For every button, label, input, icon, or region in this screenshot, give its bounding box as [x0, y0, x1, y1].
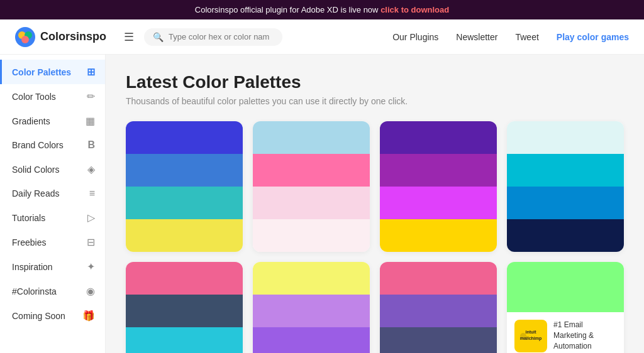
sidebar-label-colorinsta: #Colorinsta [12, 286, 86, 296]
color-strip [380, 154, 497, 187]
sidebar-item-colorinsta[interactable]: #Colorinsta ◉ [0, 279, 105, 303]
color-strip [507, 121, 624, 154]
palette-colors-6 [253, 262, 370, 353]
color-strip [507, 154, 624, 187]
color-strip [126, 327, 243, 353]
color-strip [126, 295, 243, 327]
sidebar-item-inspiration[interactable]: Inspiration ✦ [0, 254, 105, 279]
sidebar-label-daily-reads: Daily Reads [12, 188, 89, 198]
color-strip [253, 187, 370, 219]
color-strip [126, 219, 243, 252]
color-strip [380, 295, 497, 327]
color-strip [126, 121, 243, 154]
ad-logo: intuit mailchimp [514, 320, 547, 352]
sidebar-label-brand-colors: Brand Colors [12, 140, 87, 150]
color-strip [253, 219, 370, 252]
color-strip [253, 327, 370, 353]
palette-card-4[interactable] [507, 121, 624, 252]
ad-text: #1 Email Marketing & Automation Platform… [553, 320, 616, 353]
sidebar-item-coming-soon[interactable]: Coming Soon 🎁 [0, 303, 105, 328]
ad-content: intuit mailchimp #1 Email Marketing & Au… [507, 312, 624, 353]
color-strip [126, 262, 243, 295]
palette-card-5[interactable] [126, 262, 243, 353]
play-icon: ▷ [87, 212, 95, 224]
nav-links: Our Plugins Newsletter Tweet Play color … [392, 32, 629, 42]
inspiration-icon: ✦ [87, 261, 95, 273]
logo-text: Colorsinspo [40, 30, 106, 43]
sidebar-item-solid-colors[interactable]: Solid Colors ◈ [0, 157, 105, 182]
palette-card-3[interactable] [380, 121, 497, 252]
nav-tweet[interactable]: Tweet [515, 32, 538, 42]
banner-link[interactable]: click to download [380, 5, 449, 14]
sidebar: Color Palettes ⊞ Color Tools ✏ Gradients… [0, 55, 106, 353]
sidebar-label-freebies: Freebies [12, 237, 87, 247]
freebies-icon: ⊟ [87, 236, 95, 248]
mailchimp-logo-svg: intuit mailchimp [516, 321, 546, 351]
palette-card-7[interactable] [380, 262, 497, 353]
sidebar-label-coming-soon: Coming Soon [12, 311, 82, 321]
palette-colors-3 [380, 121, 497, 252]
sidebar-item-daily-reads[interactable]: Daily Reads ≡ [0, 182, 105, 205]
color-strip [380, 327, 497, 353]
search-area: 🔍 [144, 28, 282, 46]
sidebar-item-color-palettes[interactable]: Color Palettes ⊞ [0, 60, 105, 84]
announcement-banner: Colorsinspo official plugin for Adobe XD… [0, 0, 644, 19]
brand-icon: B [87, 139, 95, 151]
sidebar-label-color-palettes: Color Palettes [12, 67, 87, 77]
color-strip [507, 219, 624, 252]
color-strip [380, 262, 497, 295]
sidebar-label-solid-colors: Solid Colors [12, 165, 87, 175]
sidebar-item-color-tools[interactable]: Color Tools ✏ [0, 84, 105, 109]
header: Colorsinspo ☰ 🔍 Our Plugins Newsletter T… [0, 19, 644, 55]
solid-icon: ◈ [87, 163, 95, 175]
color-strip [253, 262, 370, 295]
color-strip [126, 187, 243, 219]
palette-colors-2 [253, 121, 370, 252]
ad-card[interactable]: intuit mailchimp #1 Email Marketing & Au… [507, 262, 624, 353]
sidebar-label-color-tools: Color Tools [12, 92, 87, 102]
nav-newsletter[interactable]: Newsletter [456, 32, 497, 42]
hamburger-button[interactable]: ☰ [119, 28, 139, 46]
colorinsta-icon: ◉ [86, 285, 95, 297]
search-icon: 🔍 [153, 32, 164, 42]
color-strip [253, 154, 370, 187]
page-subtitle: Thousands of beautiful color palettes yo… [126, 96, 624, 106]
svg-text:intuit: intuit [525, 330, 536, 334]
pen-icon: ✏ [87, 90, 95, 102]
palette-colors-5 [126, 262, 243, 353]
main-layout: Color Palettes ⊞ Color Tools ✏ Gradients… [0, 55, 644, 353]
ad-text-block: #1 Email Marketing & Automation Platform… [553, 320, 616, 353]
palette-card-6[interactable] [253, 262, 370, 353]
color-strip [253, 295, 370, 327]
main-content: Latest Color Palettes Thousands of beaut… [106, 55, 644, 353]
sidebar-label-gradients: Gradients [12, 116, 86, 126]
color-strip [507, 187, 624, 219]
palette-card-1[interactable] [126, 121, 243, 252]
sidebar-label-inspiration: Inspiration [12, 262, 87, 272]
palettes-grid: intuit mailchimp #1 Email Marketing & Au… [126, 121, 624, 353]
svg-point-7 [520, 333, 526, 339]
color-strip [380, 187, 497, 219]
gift-icon: 🎁 [82, 310, 95, 322]
palette-colors-4 [507, 121, 624, 252]
sidebar-item-freebies[interactable]: Freebies ⊟ [0, 230, 105, 254]
reads-icon: ≡ [89, 188, 95, 199]
palette-card-2[interactable] [253, 121, 370, 252]
gradient-icon: ▦ [86, 115, 95, 127]
sidebar-item-tutorials[interactable]: Tutorials ▷ [0, 205, 105, 230]
sidebar-label-tutorials: Tutorials [12, 213, 87, 223]
palette-colors-7 [380, 262, 497, 353]
svg-point-3 [21, 36, 29, 43]
search-input[interactable] [169, 32, 269, 41]
color-strip [380, 219, 497, 252]
nav-play-games[interactable]: Play color games [557, 32, 629, 42]
page-title: Latest Color Palettes [126, 72, 624, 92]
color-strip [380, 121, 497, 154]
logo-area: Colorsinspo [15, 27, 106, 47]
color-strip [253, 121, 370, 154]
sidebar-item-brand-colors[interactable]: Brand Colors B [0, 133, 105, 157]
palette-colors-1 [126, 121, 243, 252]
color-strip [126, 154, 243, 187]
nav-our-plugins[interactable]: Our Plugins [392, 32, 438, 42]
sidebar-item-gradients[interactable]: Gradients ▦ [0, 109, 105, 133]
